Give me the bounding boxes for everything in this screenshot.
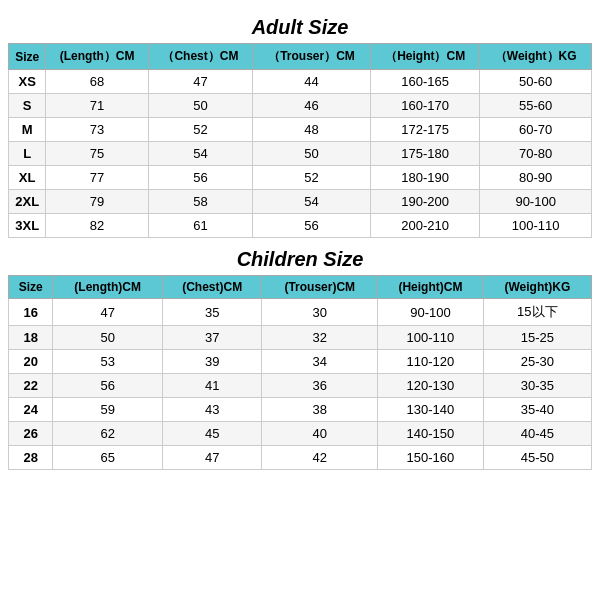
- children-table-row: 24594338130-14035-40: [9, 398, 592, 422]
- adult-table-cell: 52: [253, 166, 371, 190]
- children-table-cell: 47: [162, 446, 261, 470]
- children-table-cell: 40: [262, 422, 378, 446]
- adult-table-cell: 70-80: [480, 142, 592, 166]
- adult-table-row: XS684744160-16550-60: [9, 70, 592, 94]
- children-table-cell: 16: [9, 299, 53, 326]
- children-table-cell: 130-140: [378, 398, 484, 422]
- adult-table-cell: 79: [46, 190, 148, 214]
- adult-table-cell: 48: [253, 118, 371, 142]
- adult-table-cell: 71: [46, 94, 148, 118]
- adult-table-cell: 200-210: [370, 214, 479, 238]
- adult-table-cell: 180-190: [370, 166, 479, 190]
- adult-table-cell: L: [9, 142, 46, 166]
- adult-table-cell: 172-175: [370, 118, 479, 142]
- children-table-cell: 110-120: [378, 350, 484, 374]
- adult-table-cell: M: [9, 118, 46, 142]
- adult-header-cell: (Length）CM: [46, 44, 148, 70]
- adult-table-cell: 54: [253, 190, 371, 214]
- adult-table-cell: 175-180: [370, 142, 479, 166]
- adult-table-cell: 46: [253, 94, 371, 118]
- adult-table-row: 2XL795854190-20090-100: [9, 190, 592, 214]
- children-table-cell: 90-100: [378, 299, 484, 326]
- children-table-cell: 41: [162, 374, 261, 398]
- adult-header-cell: （Chest）CM: [148, 44, 252, 70]
- adult-table-cell: 56: [148, 166, 252, 190]
- children-table-cell: 20: [9, 350, 53, 374]
- adult-table-cell: 61: [148, 214, 252, 238]
- children-table-cell: 30-35: [483, 374, 591, 398]
- adult-section-title: Adult Size: [252, 16, 349, 39]
- children-table-row: 18503732100-11015-25: [9, 326, 592, 350]
- adult-table-cell: XL: [9, 166, 46, 190]
- adult-table-cell: 68: [46, 70, 148, 94]
- children-table-cell: 43: [162, 398, 261, 422]
- adult-table-cell: 47: [148, 70, 252, 94]
- adult-table-cell: 90-100: [480, 190, 592, 214]
- adult-table-row: XL775652180-19080-90: [9, 166, 592, 190]
- children-table-cell: 140-150: [378, 422, 484, 446]
- adult-header-cell: Size: [9, 44, 46, 70]
- children-table-cell: 45: [162, 422, 261, 446]
- children-table-cell: 59: [53, 398, 163, 422]
- children-table-cell: 150-160: [378, 446, 484, 470]
- adult-table-cell: 3XL: [9, 214, 46, 238]
- adult-table-cell: 2XL: [9, 190, 46, 214]
- adult-table-cell: 54: [148, 142, 252, 166]
- children-table-row: 28654742150-16045-50: [9, 446, 592, 470]
- children-table-cell: 35-40: [483, 398, 591, 422]
- adult-table-cell: 50-60: [480, 70, 592, 94]
- children-table-row: 26624540140-15040-45: [9, 422, 592, 446]
- adult-table-cell: 160-165: [370, 70, 479, 94]
- adult-table-cell: 100-110: [480, 214, 592, 238]
- children-table-cell: 30: [262, 299, 378, 326]
- adult-table-row: L755450175-18070-80: [9, 142, 592, 166]
- children-header-cell: Size: [9, 276, 53, 299]
- children-table-row: 1647353090-10015以下: [9, 299, 592, 326]
- adult-table-cell: XS: [9, 70, 46, 94]
- children-table-cell: 50: [53, 326, 163, 350]
- children-table-cell: 42: [262, 446, 378, 470]
- children-header-cell: (Trouser)CM: [262, 276, 378, 299]
- adult-header-cell: （Weight）KG: [480, 44, 592, 70]
- children-table-cell: 56: [53, 374, 163, 398]
- adult-size-table: Size(Length）CM（Chest）CM（Trouser）CM（Heigh…: [8, 43, 592, 238]
- children-table-row: 22564136120-13030-35: [9, 374, 592, 398]
- children-table-cell: 62: [53, 422, 163, 446]
- children-table-row: 20533934110-12025-30: [9, 350, 592, 374]
- children-table-cell: 38: [262, 398, 378, 422]
- adult-table-cell: 50: [148, 94, 252, 118]
- children-table-cell: 37: [162, 326, 261, 350]
- children-table-cell: 28: [9, 446, 53, 470]
- children-header-cell: (Length)CM: [53, 276, 163, 299]
- children-table-cell: 24: [9, 398, 53, 422]
- children-table-cell: 45-50: [483, 446, 591, 470]
- children-table-cell: 18: [9, 326, 53, 350]
- adult-table-cell: 77: [46, 166, 148, 190]
- adult-table-cell: 52: [148, 118, 252, 142]
- children-table-cell: 15以下: [483, 299, 591, 326]
- adult-table-cell: S: [9, 94, 46, 118]
- children-table-cell: 65: [53, 446, 163, 470]
- children-header-cell: (Chest)CM: [162, 276, 261, 299]
- children-table-cell: 34: [262, 350, 378, 374]
- adult-table-cell: 55-60: [480, 94, 592, 118]
- adult-table-row: M735248172-17560-70: [9, 118, 592, 142]
- children-table-cell: 26: [9, 422, 53, 446]
- children-table-cell: 32: [262, 326, 378, 350]
- children-size-table: Size(Length)CM(Chest)CM(Trouser)CM(Heigh…: [8, 275, 592, 470]
- adult-table-cell: 190-200: [370, 190, 479, 214]
- children-table-cell: 100-110: [378, 326, 484, 350]
- children-table-cell: 40-45: [483, 422, 591, 446]
- adult-table-cell: 82: [46, 214, 148, 238]
- adult-table-cell: 60-70: [480, 118, 592, 142]
- adult-table-cell: 56: [253, 214, 371, 238]
- adult-table-cell: 50: [253, 142, 371, 166]
- adult-table-cell: 80-90: [480, 166, 592, 190]
- adult-table-row: 3XL826156200-210100-110: [9, 214, 592, 238]
- children-table-cell: 47: [53, 299, 163, 326]
- children-table-cell: 120-130: [378, 374, 484, 398]
- children-table-cell: 25-30: [483, 350, 591, 374]
- children-table-cell: 22: [9, 374, 53, 398]
- children-header-cell: (Weight)KG: [483, 276, 591, 299]
- adult-header-cell: （Height）CM: [370, 44, 479, 70]
